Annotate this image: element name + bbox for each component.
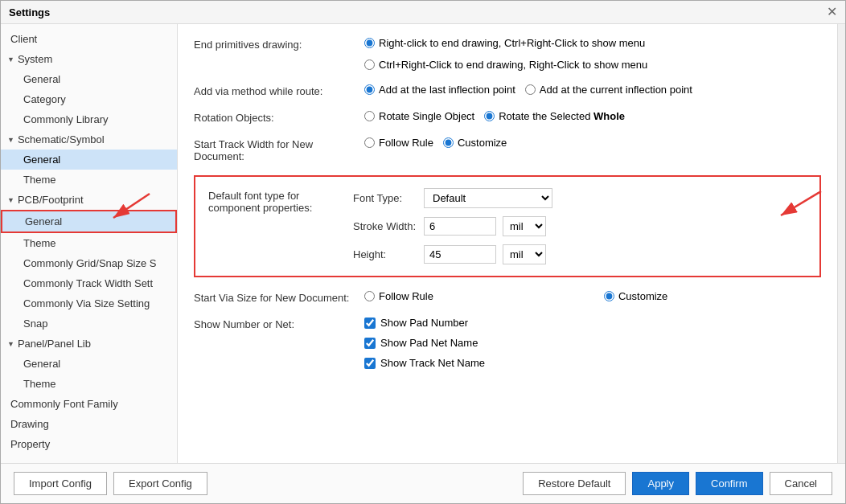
show-track-net-name-option[interactable]: Show Track Net Name: [364, 357, 485, 369]
footer-left: Import Config Export Config: [14, 472, 207, 495]
show-number-net-label: Show Number or Net:: [194, 317, 355, 330]
start-track-row: Start Track Width for New Document: Foll…: [194, 137, 821, 162]
rotation-single[interactable]: Rotate Single Object: [364, 110, 474, 122]
start-via-radio-follow[interactable]: [364, 291, 375, 301]
rotation-whole[interactable]: Rotate the Selected Whole: [484, 110, 625, 122]
height-input[interactable]: [424, 245, 496, 264]
sidebar-item-panel-theme[interactable]: Theme: [1, 374, 177, 394]
show-pad-number-option[interactable]: Show Pad Number: [364, 317, 485, 329]
sidebar-group-label: Panel/Panel Lib: [18, 338, 91, 350]
import-config-button[interactable]: Import Config: [14, 472, 107, 495]
start-track-radio-follow[interactable]: [364, 137, 375, 148]
end-primitives-radio-ctrl-right[interactable]: [364, 59, 375, 70]
sidebar-group-system[interactable]: ▼System: [1, 49, 177, 69]
stroke-width-row: Stroke Width: milmminch: [353, 216, 552, 236]
add-via-radio-current[interactable]: [525, 84, 536, 95]
sidebar-group-panel-lib[interactable]: ▼Panel/Panel Lib: [1, 334, 177, 354]
confirm-button[interactable]: Confirm: [696, 472, 763, 495]
end-primitives-right-click-label: Right-click to end drawing, Ctrl+Right-C…: [379, 37, 645, 49]
sidebar-item-schematic-general[interactable]: General: [1, 150, 177, 170]
font-box-label: Default font type for component properti…: [208, 188, 337, 214]
sidebar-item-pcb-general[interactable]: General: [1, 210, 177, 233]
start-track-label: Start Track Width for New Document:: [194, 137, 355, 162]
sidebar: Client▼SystemGeneralCategoryCommonly Lib…: [1, 24, 178, 463]
restore-default-button[interactable]: Restore Default: [523, 472, 626, 495]
height-row: Height: milmminch: [353, 244, 552, 264]
font-type-select[interactable]: Default Stroke Sans-serif: [424, 188, 552, 208]
height-unit[interactable]: milmminch: [503, 244, 546, 264]
sidebar-item-property[interactable]: Property: [1, 434, 177, 454]
show-track-net-name-checkbox[interactable]: [364, 358, 376, 369]
start-via-options: Follow Rule Customize: [364, 290, 667, 302]
stroke-width-unit[interactable]: milmminch: [503, 216, 546, 236]
dialog-body: Client▼SystemGeneralCategoryCommonly Lib…: [1, 24, 845, 463]
sidebar-item-commonly-font[interactable]: Commonly Font Family: [1, 394, 177, 414]
show-pad-net-name-option[interactable]: Show Pad Net Name: [364, 337, 485, 349]
rotation-whole-label: Rotate the Selected Whole: [499, 110, 625, 122]
end-primitives-label: End primitives drawing:: [194, 37, 355, 51]
show-pad-net-name-checkbox[interactable]: [364, 338, 376, 349]
add-via-row: Add via method while route: Add at the l…: [194, 84, 821, 97]
triangle-icon: ▼: [7, 340, 14, 348]
rotation-radio-single[interactable]: [364, 111, 375, 121]
add-via-last-label: Add at the last inflection point: [379, 84, 515, 96]
start-track-customize[interactable]: Customize: [443, 137, 507, 149]
add-via-last[interactable]: Add at the last inflection point: [364, 84, 515, 96]
triangle-icon: ▼: [7, 136, 14, 144]
end-primitives-right-click[interactable]: Right-click to end drawing, Ctrl+Right-C…: [364, 37, 645, 49]
sidebar-group-label: System: [18, 53, 52, 65]
title-bar: Settings ✕: [1, 1, 845, 24]
add-via-current[interactable]: Add at the current inflection point: [525, 84, 692, 96]
sidebar-item-pcb-snap[interactable]: Snap: [1, 313, 177, 334]
show-pad-number-label: Show Pad Number: [380, 317, 468, 329]
cancel-button[interactable]: Cancel: [770, 472, 832, 495]
sidebar-item-client[interactable]: Client: [1, 29, 177, 49]
start-track-radio-customize[interactable]: [443, 137, 454, 148]
start-via-follow[interactable]: Follow Rule: [364, 290, 433, 302]
start-track-customize-label: Customize: [458, 137, 507, 149]
start-via-customize[interactable]: Customize: [604, 290, 667, 302]
stroke-width-input[interactable]: [424, 217, 496, 236]
end-primitives-ctrl-right-label: Ctrl+Right-Click to end drawing, Right-C…: [379, 59, 647, 71]
font-type-label: Font Type:: [353, 192, 417, 204]
show-number-net-options: Show Pad Number Show Pad Net Name Show T…: [364, 317, 485, 369]
rotation-radio-whole[interactable]: [484, 111, 495, 121]
sidebar-item-system-category[interactable]: Category: [1, 89, 177, 109]
end-primitives-radio-right-click[interactable]: [364, 38, 375, 48]
start-via-row: Start Via Size for New Document: Follow …: [194, 290, 821, 304]
start-via-radio-customize[interactable]: [604, 291, 614, 301]
font-box: Default font type for component properti…: [194, 175, 821, 277]
end-primitives-ctrl-right[interactable]: Ctrl+Right-Click to end drawing, Right-C…: [364, 59, 647, 71]
triangle-icon: ▼: [7, 196, 14, 204]
add-via-radio-last[interactable]: [364, 84, 375, 95]
sidebar-item-pcb-commonly-grid[interactable]: Commonly Grid/Snap Size S: [1, 253, 177, 273]
sidebar-item-system-general[interactable]: General: [1, 69, 177, 89]
triangle-icon: ▼: [7, 55, 14, 64]
sidebar-group-label: Schematic/Symbol: [18, 133, 105, 145]
start-track-follow[interactable]: Follow Rule: [364, 137, 433, 149]
height-label: Height:: [353, 248, 417, 260]
start-track-options: Follow Rule Customize: [364, 137, 507, 149]
stroke-width-label: Stroke Width:: [353, 220, 417, 232]
rotation-single-label: Rotate Single Object: [379, 110, 474, 122]
sidebar-group-pcb-footprint[interactable]: ▼PCB/Footprint: [1, 190, 177, 210]
sidebar-item-schematic-theme[interactable]: Theme: [1, 170, 177, 190]
show-pad-number-checkbox[interactable]: [364, 318, 376, 329]
sidebar-item-pcb-commonly-via[interactable]: Commonly Via Size Setting: [1, 293, 177, 313]
settings-dialog: Settings ✕ Client▼SystemGeneralCategoryC…: [0, 0, 846, 504]
sidebar-item-pcb-theme[interactable]: Theme: [1, 233, 177, 253]
export-config-button[interactable]: Export Config: [113, 472, 207, 495]
sidebar-group-schematic-symbol[interactable]: ▼Schematic/Symbol: [1, 129, 177, 150]
start-via-follow-label: Follow Rule: [379, 290, 433, 302]
close-button[interactable]: ✕: [827, 6, 837, 18]
sidebar-item-drawing[interactable]: Drawing: [1, 414, 177, 434]
sidebar-item-pcb-commonly-track[interactable]: Commonly Track Width Sett: [1, 273, 177, 293]
add-via-current-label: Add at the current inflection point: [540, 84, 692, 96]
sidebar-item-system-commonly-library[interactable]: Commonly Library: [1, 109, 177, 129]
scrollbar-track[interactable]: [837, 24, 845, 463]
sidebar-item-panel-general[interactable]: General: [1, 354, 177, 374]
end-primitives-row: End primitives drawing: Right-click to e…: [194, 37, 821, 71]
apply-button[interactable]: Apply: [632, 472, 689, 495]
end-primitives-options: Right-click to end drawing, Ctrl+Right-C…: [364, 37, 821, 71]
dialog-title: Settings: [9, 6, 50, 18]
